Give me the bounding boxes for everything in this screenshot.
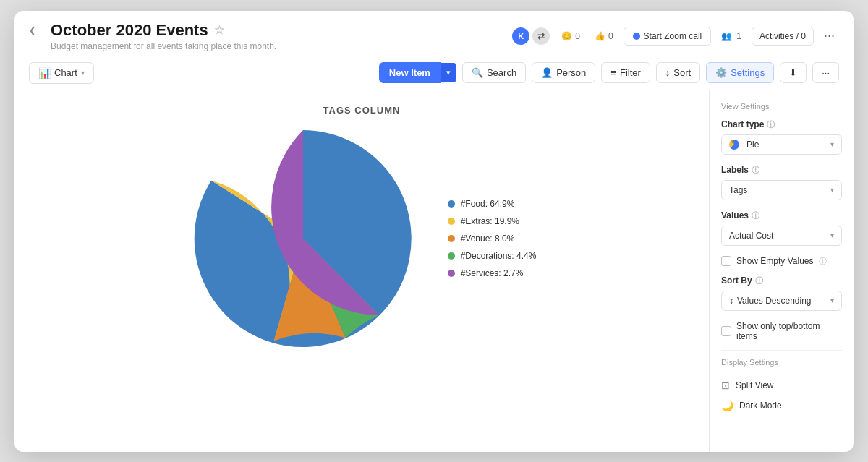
labels-select[interactable]: Tags ▾ — [721, 180, 842, 200]
labels-value: Tags — [729, 185, 747, 195]
values-value: Actual Cost — [729, 231, 773, 241]
sort-by-field: Sort By ⓘ ↕ Values Descending ▾ — [721, 275, 842, 311]
legend-dot-extras — [448, 218, 455, 225]
chart-type-info-icon[interactable]: ⓘ — [767, 119, 775, 130]
chart-label: Chart — [54, 67, 77, 78]
collapse-button[interactable]: ❮ — [29, 25, 36, 35]
thumb-icon: 👍 — [595, 31, 605, 41]
new-item-arrow-button[interactable]: ▾ — [441, 63, 456, 82]
sort-by-info-icon[interactable]: ⓘ — [755, 275, 763, 286]
chart-title: TAGS COLUMN — [323, 105, 401, 116]
show-empty-info-icon[interactable]: ⓘ — [819, 256, 827, 267]
values-chevron: ▾ — [830, 231, 834, 239]
app-window: ❮ October 2020 Events ☆ Budget managemen… — [14, 11, 854, 452]
activities-label: Activities / 0 — [760, 31, 806, 41]
dark-mode-label: Dark Mode — [739, 401, 782, 411]
header-actions: K ⇄ 😊 0 👍 0 Start Zoom call 👥 1 Activiti… — [511, 26, 839, 46]
settings-icon: ⚙️ — [715, 67, 727, 78]
chart-type-select[interactable]: Pie ▾ — [721, 134, 842, 155]
sort-by-value: Values Descending — [737, 296, 812, 306]
filter-button[interactable]: ≡ Filter — [601, 62, 650, 83]
zoom-button[interactable]: Start Zoom call — [624, 27, 712, 46]
star-icon[interactable]: ☆ — [214, 23, 224, 37]
legend-item-decorations: #Decorations: 4.4% — [448, 251, 537, 261]
reaction-icon: 😊 — [561, 31, 572, 41]
pie-mini-icon — [729, 140, 739, 150]
labels-field: Labels ⓘ Tags ▾ — [721, 165, 842, 200]
person-button[interactable]: 👤 Person — [532, 62, 595, 83]
filter-label: Filter — [620, 67, 641, 78]
values-select[interactable]: Actual Cost ▾ — [721, 226, 842, 246]
header: ❮ October 2020 Events ☆ Budget managemen… — [14, 11, 854, 56]
legend-label-extras: #Extras: 19.9% — [461, 216, 519, 226]
person-icon: 👤 — [541, 67, 553, 78]
values-info-icon[interactable]: ⓘ — [752, 210, 760, 221]
person-label: Person — [556, 67, 586, 78]
avatar-invite[interactable]: ⇄ — [531, 26, 551, 46]
show-empty-checkbox[interactable] — [721, 256, 731, 266]
avatar-user: K — [511, 26, 531, 46]
chart-area: TAGS COLUMN — [14, 90, 709, 452]
dark-mode-item[interactable]: 🌙 Dark Mode — [721, 395, 842, 416]
chart-type-field: Chart type ⓘ Pie ▾ — [721, 119, 842, 155]
search-button[interactable]: 🔍 Search — [462, 62, 526, 83]
legend-label-food: #Food: 64.9% — [461, 199, 515, 209]
title-area: October 2020 Events ☆ Budget management … — [51, 21, 503, 51]
legend-item-extras: #Extras: 19.9% — [448, 216, 537, 226]
values-field: Values ⓘ Actual Cost ▾ — [721, 210, 842, 246]
reaction-count: 😊 0 — [557, 31, 584, 41]
dark-mode-icon: 🌙 — [721, 400, 733, 411]
page-subtitle: Budget management for all events taking … — [51, 41, 503, 51]
filter-icon: ≡ — [610, 67, 616, 78]
legend-item-venue: #Venue: 8.0% — [448, 234, 537, 244]
labels-label: Labels ⓘ — [721, 165, 842, 176]
download-icon: ⬇ — [789, 67, 797, 78]
chart-type-value: Pie — [746, 140, 759, 150]
sort-by-select[interactable]: ↕ Values Descending ▾ — [721, 291, 842, 311]
header-more-button[interactable]: ··· — [820, 27, 839, 45]
activities-button[interactable]: Activities / 0 — [752, 27, 814, 46]
legend-dot-decorations — [448, 252, 455, 260]
zoom-label: Start Zoom call — [644, 31, 702, 41]
legend-dot-venue — [448, 235, 455, 242]
chart-type-chevron: ▾ — [830, 140, 834, 148]
chart-button[interactable]: 📊 Chart ▾ — [29, 62, 94, 84]
sort-by-icon: ↕ — [729, 296, 733, 306]
legend-item-services: #Services: 2.7% — [448, 268, 537, 278]
display-settings-title: Display Settings — [721, 358, 842, 367]
labels-chevron: ▾ — [830, 186, 834, 194]
zoom-dot — [633, 33, 640, 40]
search-label: Search — [487, 67, 516, 78]
new-item-button-group[interactable]: New Item ▾ — [379, 62, 456, 83]
chart-icon: 📊 — [38, 67, 51, 79]
page-title-container: October 2020 Events ☆ — [51, 21, 503, 40]
show-top-checkbox[interactable] — [721, 326, 731, 336]
sort-by-chevron: ▾ — [830, 296, 834, 304]
new-item-main-button[interactable]: New Item — [379, 62, 441, 83]
settings-divider — [721, 350, 842, 351]
chart-container: #Food: 64.9% #Extras: 19.9% #Venue: 8.0%… — [29, 123, 694, 354]
chart-chevron: ▾ — [81, 69, 85, 77]
legend-item-food: #Food: 64.9% — [448, 199, 537, 209]
pie-chart — [187, 123, 419, 354]
labels-info-icon[interactable]: ⓘ — [752, 165, 760, 176]
legend-dot-food — [448, 200, 455, 208]
chart-type-label: Chart type ⓘ — [721, 119, 842, 130]
settings-button[interactable]: ⚙️ Settings — [706, 62, 774, 83]
legend-label-services: #Services: 2.7% — [461, 268, 524, 278]
toolbar: 📊 Chart ▾ New Item ▾ 🔍 Search 👤 Person ≡… — [14, 56, 854, 90]
split-view-item[interactable]: ⊡ Split View — [721, 375, 842, 395]
team-icon: 👥 — [721, 31, 732, 41]
legend-dot-services — [448, 270, 455, 277]
show-empty-row[interactable]: Show Empty Values ⓘ — [721, 256, 842, 267]
sort-button[interactable]: ↕ Sort — [656, 62, 700, 83]
search-icon: 🔍 — [472, 67, 483, 78]
show-top-row[interactable]: Show only top/bottom items — [721, 321, 842, 341]
page-title: October 2020 Events — [51, 21, 208, 40]
sort-icon: ↕ — [665, 67, 671, 78]
activity-icon-count: 👍 0 — [590, 31, 618, 41]
toolbar-more-button[interactable]: ··· — [812, 62, 839, 83]
settings-panel: View Settings Chart type ⓘ Pie ▾ Labels — [709, 90, 854, 452]
download-button[interactable]: ⬇ — [780, 62, 807, 83]
show-empty-label: Show Empty Values — [736, 256, 814, 266]
